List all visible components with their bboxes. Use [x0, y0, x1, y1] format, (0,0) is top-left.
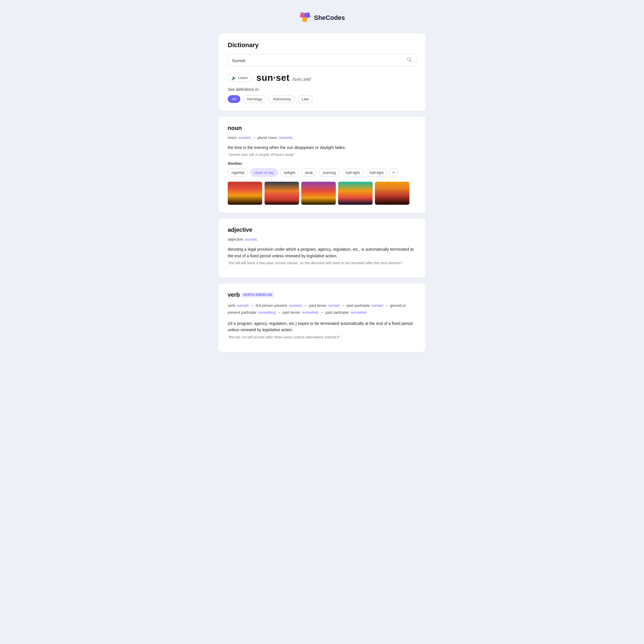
noun-example: "sunset was still a couple of hours away…: [228, 152, 416, 157]
plural-link[interactable]: sunsets: [279, 135, 292, 140]
verb-past-part2-label: past participle:: [325, 310, 350, 315]
north-american-badge: NORTH AMERICAN: [241, 292, 274, 297]
noun-meta-label: noun:: [228, 135, 237, 140]
search-icon: [407, 57, 412, 62]
verb-past2-label: past tense:: [283, 310, 301, 315]
verb-example: "the tax cut will sunset after three yea…: [228, 335, 416, 339]
sunset-image-5: [375, 182, 409, 205]
chevron-down-icon: [392, 171, 395, 174]
sunset-images: [228, 182, 416, 205]
noun-meta: noun: sunset; – plural noun: sunsets;: [228, 135, 416, 140]
tag-astronomy[interactable]: Astronomy: [269, 95, 295, 103]
similar-tag-close-of-day[interactable]: close of day: [250, 168, 278, 177]
tag-all[interactable]: All: [228, 95, 240, 103]
similar-tag-dusk[interactable]: dusk: [301, 168, 317, 177]
verb-meta: verb: sunset; – 3rd person present: suns…: [228, 302, 416, 316]
verb-link[interactable]: sunset: [237, 303, 248, 308]
adj-label: adjective:: [228, 237, 244, 241]
listen-button[interactable]: 🔊 Listen: [228, 74, 252, 82]
header: SheCodes: [6, 11, 638, 24]
verb-past-link[interactable]: sunset: [328, 303, 339, 308]
search-input[interactable]: [232, 58, 407, 63]
noun-link[interactable]: sunset: [239, 135, 250, 140]
adjective-meta: adjective: sunset;: [228, 237, 416, 241]
category-tags: All Horology Astronomy Law: [228, 95, 416, 103]
verb-gerund-link[interactable]: sunsetting: [258, 310, 275, 315]
adjective-title: adjective: [228, 227, 416, 233]
verb-3rd-link[interactable]: sunsets: [289, 303, 302, 308]
noun-card: noun noun: sunset; – plural noun: sunset…: [219, 117, 425, 213]
tag-law[interactable]: Law: [298, 95, 313, 103]
adjective-card: adjective adjective: sunset; denoting a …: [219, 219, 425, 278]
expand-similar-button[interactable]: [390, 168, 398, 177]
verb-card: verb NORTH AMERICAN verb: sunset; – 3rd …: [219, 283, 425, 352]
word-display: sun·set /sən,set/: [256, 72, 311, 83]
verb-title: verb: [228, 292, 240, 298]
similar-label: Similiar:: [228, 161, 416, 166]
definitions-label: See definitions in:: [228, 87, 416, 92]
verb-past-part2-link[interactable]: sunsetted: [350, 310, 367, 315]
verb-3rd-label: 3rd person present:: [255, 303, 288, 308]
word-header: 🔊 Listen sun·set /sən,set/: [228, 72, 416, 83]
adjective-definition: denoting a legal provision under which a…: [228, 246, 416, 259]
similar-tags: nightfall close of day twilight dusk eve…: [228, 168, 416, 177]
logo-text: SheCodes: [314, 14, 345, 22]
sunset-image-4: [338, 182, 373, 205]
verb-past2-link[interactable]: sunsetted: [302, 310, 318, 315]
main-content: Dictionary 🔊 Listen sun·set /sən,set/ Se…: [219, 33, 425, 352]
word-text: sun·set: [256, 72, 290, 83]
similar-tag-nightfall[interactable]: nightfall: [228, 168, 248, 177]
dictionary-title: Dictionary: [228, 41, 416, 49]
noun-title: noun: [228, 125, 416, 131]
verb-past-label: past tense:: [309, 303, 327, 308]
svg-line-4: [410, 61, 412, 62]
search-button[interactable]: [407, 57, 412, 64]
similar-tag-half-light-2[interactable]: half-light: [366, 168, 387, 177]
word-phonetic: /sən,set/: [292, 77, 311, 82]
noun-definition: the time in the evening when the sun dis…: [228, 144, 416, 151]
sunset-image-3: [301, 182, 336, 205]
verb-label: verb:: [228, 303, 236, 308]
tag-horology[interactable]: Horology: [243, 95, 266, 103]
adj-link[interactable]: sunset: [245, 237, 257, 241]
similar-tag-half-light-1[interactable]: half-light: [342, 168, 363, 177]
adjective-example: "the bill will have a two-year sunset cl…: [228, 261, 416, 265]
search-box: [228, 54, 416, 67]
listen-label: Listen: [238, 76, 248, 80]
svg-rect-2: [302, 17, 307, 22]
verb-definition: (of a program, agency, regulation, etc.)…: [228, 320, 416, 333]
logo: SheCodes: [299, 11, 345, 24]
verb-past-part-label: past participle:: [346, 303, 371, 308]
speaker-icon: 🔊: [231, 76, 236, 80]
dictionary-card: Dictionary 🔊 Listen sun·set /sən,set/ Se…: [219, 33, 425, 111]
similar-tag-twilight[interactable]: twilight: [280, 168, 299, 177]
plural-label: plural noun:: [258, 135, 278, 140]
sunset-image-1: [228, 182, 262, 205]
similar-tag-evening[interactable]: evening: [319, 168, 340, 177]
logo-icon: [299, 11, 312, 24]
verb-past-part-link[interactable]: sunset: [372, 303, 383, 308]
sunset-image-2: [265, 182, 299, 205]
